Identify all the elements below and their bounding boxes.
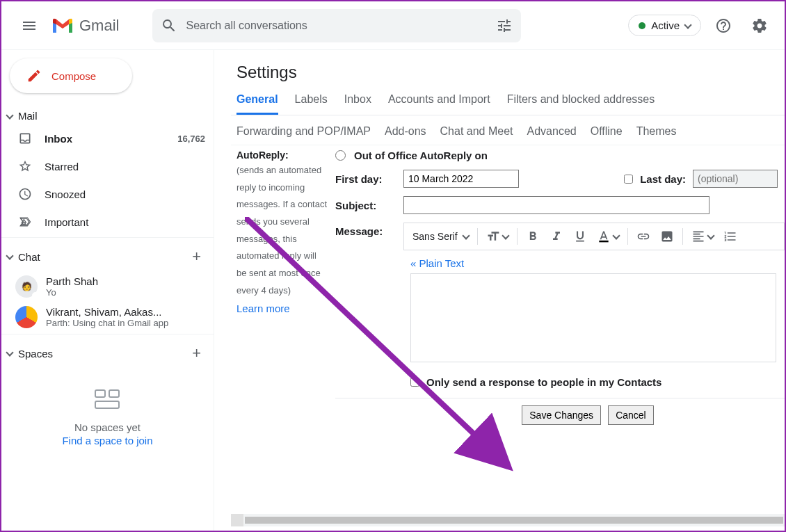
last-day-input[interactable] bbox=[693, 170, 778, 188]
nav-inbox-label: Inbox bbox=[45, 133, 165, 145]
list-icon bbox=[723, 229, 737, 243]
svg-rect-2 bbox=[95, 401, 119, 408]
chevron-down-icon bbox=[6, 348, 13, 356]
search-input[interactable] bbox=[186, 19, 488, 32]
hamburger-menu-icon[interactable] bbox=[13, 9, 46, 42]
text-size-icon bbox=[486, 229, 500, 243]
last-day-checkbox[interactable] bbox=[624, 175, 633, 184]
compose-button[interactable]: Compose bbox=[10, 58, 132, 93]
chat-preview: Parth: Using chat in Gmail app bbox=[46, 318, 168, 328]
first-day-input[interactable] bbox=[403, 170, 519, 188]
scroll-thumb[interactable] bbox=[245, 517, 783, 524]
nav-starred-label: Starred bbox=[45, 161, 205, 172]
save-changes-button[interactable]: Save Changes bbox=[522, 405, 601, 425]
gmail-logo[interactable]: Gmail bbox=[51, 17, 119, 35]
status-active-dot bbox=[639, 22, 645, 29]
chat-item-1[interactable]: Vikrant, Shivam, Aakas... Parth: Using c… bbox=[1, 302, 214, 332]
presence-dot bbox=[32, 292, 39, 299]
autoreply-on-label: Out of Office AutoReply on bbox=[354, 150, 488, 161]
gmail-icon bbox=[51, 17, 74, 34]
plain-text-link[interactable]: « Plain Text bbox=[410, 257, 785, 269]
page-title: Settings bbox=[231, 63, 785, 82]
image-icon bbox=[660, 229, 674, 243]
avatar-group bbox=[15, 306, 38, 328]
tab-inbox[interactable]: Inbox bbox=[344, 93, 371, 115]
last-day-label: Last day: bbox=[640, 173, 686, 185]
tab-labels[interactable]: Labels bbox=[295, 93, 328, 115]
tab-forwarding[interactable]: Forwarding and POP/IMAP bbox=[236, 125, 371, 138]
chat-name: Vikrant, Shivam, Aakas... bbox=[46, 306, 168, 318]
chat-section-header[interactable]: Chat + bbox=[1, 242, 214, 271]
tab-offline[interactable]: Offline bbox=[591, 125, 623, 138]
link-button[interactable] bbox=[632, 225, 655, 248]
spaces-empty-icon bbox=[1, 389, 214, 412]
only-contacts-checkbox[interactable] bbox=[410, 378, 419, 387]
chat-section-title: Chat bbox=[18, 251, 186, 263]
tab-themes[interactable]: Themes bbox=[636, 125, 677, 138]
tab-advanced[interactable]: Advanced bbox=[527, 125, 577, 138]
search-icon[interactable] bbox=[161, 17, 177, 34]
inbox-icon bbox=[18, 131, 32, 145]
only-contacts-label: Only send a response to people in my Con… bbox=[426, 376, 661, 388]
text-color-button[interactable] bbox=[593, 225, 623, 248]
chat-item-0[interactable]: 🧑 Parth Shah Yo bbox=[1, 271, 214, 302]
new-chat-button[interactable]: + bbox=[186, 245, 207, 268]
nav-snoozed[interactable]: Snoozed bbox=[1, 180, 214, 208]
nav-inbox-count: 16,762 bbox=[177, 134, 205, 144]
help-icon bbox=[715, 17, 732, 34]
align-button[interactable] bbox=[687, 225, 718, 248]
first-day-label: First day: bbox=[335, 173, 391, 185]
nav-important[interactable]: Important bbox=[1, 208, 214, 236]
compose-label: Compose bbox=[51, 70, 96, 82]
tab-filters[interactable]: Filters and blocked addresses bbox=[507, 93, 655, 115]
scroll-left-arrow[interactable] bbox=[231, 514, 243, 526]
bold-icon bbox=[526, 229, 540, 243]
tab-general[interactable]: General bbox=[236, 93, 278, 115]
svg-rect-3 bbox=[599, 241, 608, 243]
avatar: 🧑 bbox=[15, 275, 38, 298]
mail-section-title: Mail bbox=[18, 110, 207, 122]
search-options-icon[interactable] bbox=[496, 17, 513, 34]
autoreply-on-radio[interactable] bbox=[335, 150, 346, 161]
cancel-button[interactable]: Cancel bbox=[608, 405, 654, 425]
tab-accounts[interactable]: Accounts and Import bbox=[388, 93, 490, 115]
nav-important-label: Important bbox=[45, 216, 205, 228]
status-dropdown[interactable]: Active bbox=[628, 15, 701, 36]
find-space-link[interactable]: Find a space to join bbox=[1, 435, 214, 446]
message-editor[interactable] bbox=[410, 273, 776, 362]
nav-starred[interactable]: Starred bbox=[1, 152, 214, 180]
pencil-icon bbox=[26, 68, 42, 83]
text-color-icon bbox=[597, 229, 611, 243]
settings-button[interactable] bbox=[746, 12, 773, 40]
gear-icon bbox=[751, 17, 768, 34]
nav-inbox[interactable]: Inbox 16,762 bbox=[1, 124, 214, 152]
mail-section-header[interactable]: Mail bbox=[1, 107, 214, 124]
chevron-down-icon bbox=[6, 111, 13, 119]
italic-button[interactable] bbox=[545, 225, 568, 248]
align-icon bbox=[691, 229, 705, 243]
tab-addons[interactable]: Add-ons bbox=[385, 125, 426, 138]
learn-more-link[interactable]: Learn more bbox=[236, 303, 290, 314]
svg-rect-0 bbox=[95, 390, 105, 397]
help-button[interactable] bbox=[709, 12, 737, 40]
link-icon bbox=[636, 229, 650, 243]
image-button[interactable] bbox=[656, 225, 678, 248]
font-size-button[interactable] bbox=[482, 225, 513, 248]
chevron-down-icon bbox=[684, 21, 691, 29]
editor-toolbar: Sans Serif bbox=[403, 223, 785, 250]
star-icon bbox=[18, 159, 32, 173]
underline-button[interactable] bbox=[569, 225, 591, 248]
subject-input[interactable] bbox=[403, 196, 709, 214]
search-bar[interactable] bbox=[152, 9, 521, 42]
chat-preview: Yo bbox=[46, 287, 98, 298]
bold-button[interactable] bbox=[522, 225, 544, 248]
tab-chat-meet[interactable]: Chat and Meet bbox=[440, 125, 513, 138]
font-family-select[interactable]: Sans Serif bbox=[408, 227, 473, 246]
new-space-button[interactable]: + bbox=[186, 341, 207, 365]
horizontal-scrollbar[interactable] bbox=[231, 514, 785, 526]
autoreply-label: AutoReply: bbox=[236, 150, 328, 161]
chevron-down-icon bbox=[502, 232, 509, 239]
list-button[interactable] bbox=[719, 225, 741, 248]
spaces-section-header[interactable]: Spaces + bbox=[1, 339, 214, 368]
nav-snoozed-label: Snoozed bbox=[45, 188, 205, 200]
